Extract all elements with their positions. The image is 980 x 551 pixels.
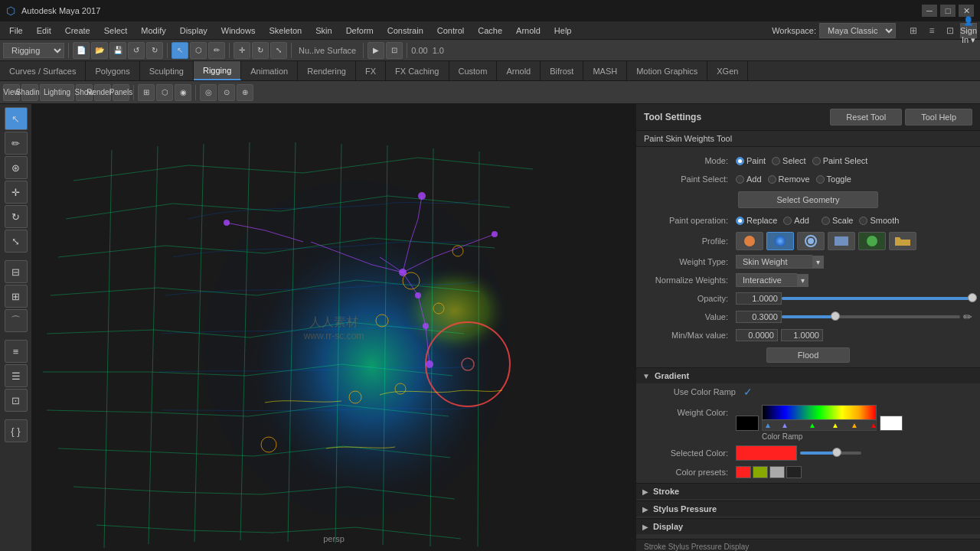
- menu-help[interactable]: Help: [548, 24, 578, 37]
- menu-windows[interactable]: Windows: [215, 24, 262, 37]
- value-thumb[interactable]: [831, 311, 840, 321]
- ps-add[interactable]: Add: [736, 174, 762, 184]
- workspace-dropdown[interactable]: Maya Classic: [819, 23, 896, 38]
- mode-paint-select[interactable]: Paint Select: [812, 156, 868, 165]
- max-input[interactable]: [781, 329, 823, 341]
- paint-mode-btn[interactable]: ✏: [5, 132, 28, 155]
- tab-animation[interactable]: Animation: [241, 61, 298, 80]
- shading-menu-btn[interactable]: Shading: [21, 84, 38, 101]
- tab-fx[interactable]: FX: [356, 61, 386, 80]
- menu-skeleton[interactable]: Skeleton: [263, 24, 308, 37]
- preset-dark[interactable]: [786, 466, 802, 478]
- channel-box-btn[interactable]: ☰: [5, 364, 28, 387]
- rotate-tool-btn[interactable]: ↻: [5, 205, 28, 228]
- profile-btn-folder[interactable]: [889, 232, 916, 250]
- mode-paint[interactable]: Paint: [736, 156, 766, 165]
- redo-btn[interactable]: ↻: [146, 42, 163, 59]
- toolbar-icon-2[interactable]: ≡: [923, 23, 940, 38]
- value-track[interactable]: [782, 315, 960, 318]
- pencil-icon[interactable]: ✏: [963, 311, 972, 323]
- menu-select[interactable]: Select: [98, 24, 134, 37]
- value-input[interactable]: [736, 311, 782, 323]
- sign-in-btn[interactable]: 👤 Sign In ▾: [960, 23, 977, 38]
- opacity-thumb[interactable]: [968, 293, 977, 302]
- renderer-menu-btn[interactable]: Renderer: [94, 84, 111, 101]
- stylus-section-header[interactable]: ▶ Stylus Pressure: [636, 500, 980, 517]
- tab-custom[interactable]: Custom: [449, 61, 498, 80]
- black-swatch[interactable]: [736, 416, 759, 431]
- preset-red[interactable]: [736, 466, 751, 478]
- minimize-btn[interactable]: ─: [922, 5, 937, 17]
- opacity-track[interactable]: [782, 297, 972, 300]
- show-manip-btn[interactable]: ⊟: [5, 260, 28, 283]
- profile-btn-5[interactable]: [858, 232, 886, 250]
- tab-motion-graphics[interactable]: Motion Graphics: [627, 61, 707, 80]
- lasso-btn[interactable]: ⬡: [190, 42, 207, 59]
- op-scale-radio[interactable]: [822, 217, 830, 225]
- opacity-input[interactable]: [736, 292, 782, 305]
- paint-btn[interactable]: ✏: [208, 42, 225, 59]
- cam-btn3[interactable]: ⊕: [237, 84, 253, 101]
- menu-skin[interactable]: Skin: [309, 24, 338, 37]
- maximize-btn[interactable]: □: [940, 5, 956, 17]
- menu-edit[interactable]: Edit: [31, 24, 57, 37]
- tab-mash[interactable]: MASH: [583, 61, 627, 80]
- ps-toggle-radio[interactable]: [816, 175, 825, 184]
- menu-create[interactable]: Create: [59, 24, 96, 37]
- selected-color-swatch[interactable]: [736, 445, 797, 461]
- selected-track[interactable]: [800, 452, 861, 455]
- panels-menu-btn[interactable]: Panels: [113, 84, 129, 101]
- outliner-btn[interactable]: ≡: [5, 340, 28, 363]
- tab-rigging[interactable]: Rigging: [194, 61, 241, 80]
- flood-btn[interactable]: Flood: [766, 347, 851, 363]
- cam-btn1[interactable]: ◎: [200, 84, 217, 101]
- mode-paint-select-radio[interactable]: [812, 157, 821, 165]
- tab-rendering[interactable]: Rendering: [298, 61, 356, 80]
- gradient-section-header[interactable]: ▼ Gradient: [636, 367, 980, 383]
- display-section-header[interactable]: ▶ Display: [636, 518, 980, 534]
- preset-olive[interactable]: [753, 466, 768, 478]
- selected-slider[interactable]: [800, 452, 861, 455]
- tab-sculpting[interactable]: Sculpting: [140, 61, 194, 80]
- select-mode-btn[interactable]: ↖: [5, 107, 28, 130]
- op-scale[interactable]: Scale: [822, 216, 854, 225]
- mode-select-radio[interactable]: [772, 157, 780, 165]
- new-scene-btn[interactable]: 📄: [73, 42, 90, 59]
- ps-remove-radio[interactable]: [768, 175, 776, 184]
- op-replace-radio[interactable]: [736, 217, 744, 225]
- selected-thumb[interactable]: [832, 448, 841, 457]
- profile-btn-2[interactable]: [766, 232, 794, 250]
- menu-arnold[interactable]: Arnold: [510, 24, 547, 37]
- opacity-slider[interactable]: [782, 297, 972, 300]
- stroke-section-header[interactable]: ▶ Stroke: [636, 483, 980, 499]
- lighting-menu-btn[interactable]: Lighting: [40, 84, 74, 101]
- attr-editor-btn[interactable]: ⊡: [5, 389, 28, 412]
- menu-modify[interactable]: Modify: [135, 24, 172, 37]
- open-scene-btn[interactable]: 📂: [91, 42, 108, 59]
- tab-curves[interactable]: Curves / Surfaces: [0, 61, 86, 80]
- ps-add-radio[interactable]: [736, 175, 744, 184]
- wireframe-btn[interactable]: ⬡: [156, 84, 173, 101]
- preset-gray[interactable]: [769, 466, 785, 478]
- script-editor-btn[interactable]: { }: [5, 419, 28, 442]
- tab-arnold[interactable]: Arnold: [497, 61, 541, 80]
- shaded-btn[interactable]: ◉: [175, 84, 191, 101]
- sculpt-btn[interactable]: ⊛: [5, 156, 28, 179]
- ps-toggle[interactable]: Toggle: [816, 174, 851, 184]
- tab-fx-caching[interactable]: FX Caching: [386, 61, 449, 80]
- tool-help-btn[interactable]: Tool Help: [905, 109, 972, 126]
- reset-tool-btn[interactable]: Reset Tool: [830, 109, 902, 126]
- profile-btn-1[interactable]: [736, 232, 763, 250]
- menu-deform[interactable]: Deform: [340, 24, 380, 37]
- op-smooth[interactable]: Smooth: [859, 216, 899, 225]
- use-color-ramp-check[interactable]: ✓: [743, 386, 753, 398]
- menu-constrain[interactable]: Constrain: [381, 24, 430, 37]
- mode-paint-radio[interactable]: [736, 157, 744, 165]
- cam-btn2[interactable]: ⊙: [218, 84, 235, 101]
- render-btn[interactable]: ▶: [368, 42, 384, 59]
- menu-display[interactable]: Display: [174, 24, 214, 37]
- normalize-arrow-btn[interactable]: ▾: [797, 274, 808, 287]
- weight-color-gradient[interactable]: [762, 405, 877, 420]
- snap-curve-btn[interactable]: ⌒: [5, 309, 28, 332]
- value-slider[interactable]: [782, 315, 960, 318]
